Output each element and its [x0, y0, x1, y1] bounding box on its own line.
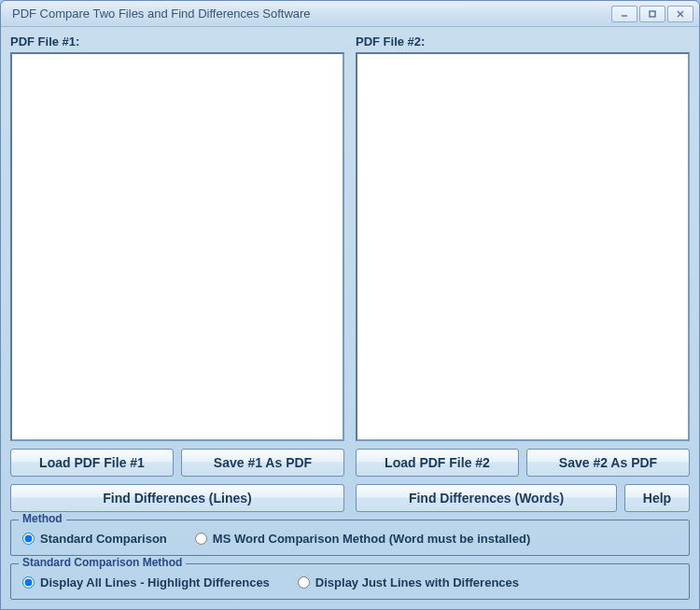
load-save-row: Load PDF File #1 Save #1 As PDF Load PDF… — [10, 449, 690, 477]
maximize-icon — [648, 9, 657, 19]
method-msword-label: MS Word Comparison Method (Word must be … — [213, 532, 530, 546]
method-msword-option[interactable]: MS Word Comparison Method (Word must be … — [195, 532, 530, 546]
window-controls — [611, 6, 693, 22]
compare-radio-row: Display All Lines - Highlight Difference… — [22, 572, 678, 589]
compare-display-diff-radio[interactable] — [298, 576, 310, 589]
window-title: PDF Compare Two Files and Find Differenc… — [7, 7, 611, 21]
close-button[interactable] — [667, 6, 693, 22]
find-lines-group: Find Differences (Lines) — [10, 484, 344, 512]
app-window: PDF Compare Two Files and Find Differenc… — [0, 0, 700, 610]
find-row: Find Differences (Lines) Find Difference… — [10, 484, 690, 512]
save-file2-button[interactable]: Save #2 As PDF — [526, 449, 690, 477]
close-icon — [676, 9, 685, 19]
method-standard-label: Standard Comparison — [40, 532, 167, 546]
compare-display-diff-option[interactable]: Display Just Lines with Differences — [298, 575, 519, 589]
file1-textarea[interactable] — [10, 52, 344, 441]
content-area: PDF File #1: PDF File #2: Load PDF File … — [1, 27, 699, 609]
load-file2-button[interactable]: Load PDF File #2 — [356, 449, 519, 477]
file-panels: PDF File #1: PDF File #2: — [10, 35, 690, 441]
compare-display-all-option[interactable]: Display All Lines - Highlight Difference… — [22, 575, 270, 589]
method-radio-row: Standard Comparison MS Word Comparison M… — [22, 528, 678, 546]
compare-display-diff-label: Display Just Lines with Differences — [315, 575, 519, 589]
file2-button-group: Load PDF File #2 Save #2 As PDF — [356, 449, 690, 477]
save-file1-button[interactable]: Save #1 As PDF — [181, 449, 344, 477]
file2-label: PDF File #2: — [356, 35, 690, 49]
titlebar[interactable]: PDF Compare Two Files and Find Differenc… — [1, 1, 699, 27]
method-fieldset: Method Standard Comparison MS Word Compa… — [10, 520, 690, 556]
find-differences-lines-button[interactable]: Find Differences (Lines) — [10, 484, 344, 512]
find-differences-words-button[interactable]: Find Differences (Words) — [356, 484, 617, 512]
minimize-icon — [620, 9, 629, 19]
method-standard-option[interactable]: Standard Comparison — [22, 532, 167, 546]
file-panel-1: PDF File #1: — [10, 35, 344, 441]
compare-legend: Standard Comparison Method — [19, 556, 186, 569]
load-file1-button[interactable]: Load PDF File #1 — [10, 449, 174, 477]
maximize-button[interactable] — [639, 6, 665, 22]
file-panel-2: PDF File #2: — [356, 35, 690, 441]
find-words-group: Find Differences (Words) Help — [356, 484, 690, 512]
file1-button-group: Load PDF File #1 Save #1 As PDF — [10, 449, 344, 477]
compare-fieldset: Standard Comparison Method Display All L… — [10, 563, 690, 600]
method-msword-radio[interactable] — [195, 533, 207, 545]
minimize-button[interactable] — [611, 6, 637, 22]
svg-rect-1 — [650, 11, 655, 17]
method-standard-radio[interactable] — [22, 533, 35, 545]
file2-textarea[interactable] — [356, 52, 690, 441]
compare-display-all-label: Display All Lines - Highlight Difference… — [40, 575, 270, 589]
method-legend: Method — [19, 512, 66, 525]
file1-label: PDF File #1: — [10, 35, 344, 49]
help-button[interactable]: Help — [624, 484, 690, 512]
compare-display-all-radio[interactable] — [22, 576, 35, 589]
